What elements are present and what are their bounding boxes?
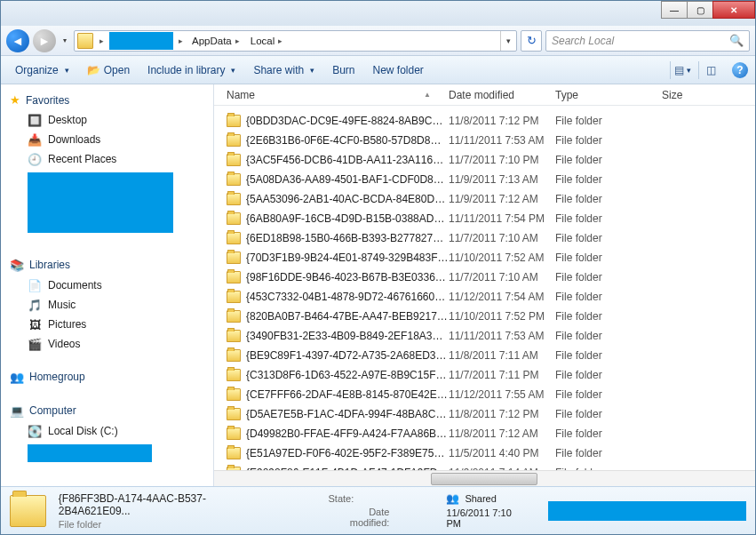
file-type: File folder [555,232,662,244]
sidebar-item-desktop[interactable]: 🔲Desktop [3,110,213,130]
folder-icon [227,252,241,264]
file-date: 11/8/2011 7:11 AM [449,349,555,362]
column-size[interactable]: Size [662,89,715,101]
file-row[interactable]: {6ED18B98-15B0-466B-B393-B277827E704...1… [214,228,755,248]
file-row[interactable]: {70D3F1B9-9B24-4E01-8749-329B483F4A...11… [214,248,755,268]
sidebar-item-documents[interactable]: 📄Documents [3,275,213,295]
file-row[interactable]: {3AC5F456-DCB6-41DB-AA11-23A116926...11/… [214,150,755,170]
file-date: 11/9/2011 7:13 AM [449,173,555,186]
help-icon[interactable]: ? [732,62,748,78]
sidebar-item-recent-places[interactable]: 🕘Recent Places [3,149,213,169]
file-date: 11/8/2011 7:12 AM [449,427,555,440]
burn-button[interactable]: Burn [325,61,362,79]
computer-header[interactable]: 💻Computer [3,400,213,421]
file-row[interactable]: {D5AE7E5B-F1AC-4DFA-994F-48BA8C021...11/… [214,404,755,424]
minimize-button[interactable]: — [661,1,688,19]
file-type: File folder [555,252,662,264]
column-date[interactable]: Date modified [449,89,555,101]
file-row[interactable]: {5AA53096-2AB1-40AC-BCDA-84E80D7F...11/9… [214,189,755,209]
chevron-right-icon[interactable]: ▸ [232,36,243,45]
share-with-button[interactable]: Share with [246,61,322,79]
file-row[interactable]: {5A08DA36-AA89-4501-BAF1-CDF0D89E...11/9… [214,170,755,189]
file-row[interactable]: {C313D8F6-1D63-4522-A97E-8B9C15F984...11… [214,365,755,385]
file-row[interactable]: {E9092F86-E11F-4B1D-AF47-1DFA9FD38E...11… [214,463,755,470]
sidebar-item-music[interactable]: 🎵Music [3,295,213,315]
forward-button[interactable]: ► [33,29,56,52]
file-row[interactable]: {453C7332-04B1-4878-9D72-467616608B64}11… [214,287,755,307]
folder-icon [227,115,241,127]
file-row[interactable]: {BE9C89F1-4397-4D72-A735-2A68ED39FA...11… [214,346,755,365]
libraries-header[interactable]: 📚Libraries [3,254,213,275]
horizontal-scrollbar[interactable] [214,470,755,486]
file-name: {BE9C89F1-4397-4D72-A735-2A68ED39FA... [246,349,449,362]
breadcrumb-local[interactable]: Local▸ [245,31,289,51]
details-pane: {F86FF3BD-A174-4AAC-B537-2B4A621E09... F… [1,486,755,534]
address-bar[interactable]: ▸ ▸ AppData▸ Local▸ ▾ [74,30,517,52]
file-name: {5A08DA36-AA89-4501-BAF1-CDF0D89E... [246,173,449,186]
file-row[interactable]: {D49982B0-FFAE-4FF9-A424-F7AA86B1...11/8… [214,424,755,443]
file-row[interactable]: {2E6B31B6-0F6E-4CF0-B580-57D8D8DCA...11/… [214,131,755,150]
file-name: {D5AE7E5B-F1AC-4DFA-994F-48BA8C021... [246,408,449,420]
file-type: File folder [555,447,662,459]
view-options-button[interactable]: ▤ [670,61,695,79]
folder-icon [10,495,46,527]
chevron-right-icon[interactable]: ▸ [175,36,187,45]
file-list[interactable]: {0BDD3DAC-DC9E-49FE-8824-8AB9C75F...11/8… [214,106,755,470]
file-row[interactable]: {0BDD3DAC-DC9E-49FE-8824-8AB9C75F...11/8… [214,111,755,131]
sidebar-item-pictures[interactable]: 🖼Pictures [3,315,213,334]
folder-icon [227,232,241,244]
include-library-button[interactable]: Include in library [140,61,243,79]
file-pane: Name▲ Date modified Type Size {0BDD3DAC-… [214,84,755,486]
organize-button[interactable]: Organize [8,61,76,79]
file-row[interactable]: {820BA0B7-B464-47BE-AA47-BEB92174A...11/… [214,307,755,326]
back-button[interactable]: ◄ [6,29,29,52]
file-row[interactable]: {6AB80A9F-16CB-4D9D-B15B-0388AD6A...11/1… [214,209,755,228]
new-folder-button[interactable]: New folder [366,61,431,79]
open-button[interactable]: 📂Open [80,61,137,79]
close-button[interactable]: ✕ [712,1,755,19]
shared-icon: 👥 [446,492,459,505]
folder-icon [227,310,241,323]
sidebar-item-videos[interactable]: 🎬Videos [3,334,213,354]
homegroup-header[interactable]: 👥Homegroup [3,366,213,387]
file-name: {98F16DDE-9B46-4023-B67B-B3E0336834... [246,271,449,283]
scrollbar-thumb[interactable] [431,473,537,485]
file-date: 11/12/2011 7:54 AM [449,291,555,303]
libraries-icon: 📚 [10,258,24,272]
redacted-block [28,444,152,462]
preview-pane-button[interactable]: ◫ [698,61,723,79]
file-name: {2E6B31B6-0F6E-4CF0-B580-57D8D8DCA... [246,134,449,147]
file-date: 11/11/2011 7:53 AM [449,134,555,147]
refresh-button[interactable]: ↻ [521,30,542,52]
file-row[interactable]: {CE7FFF66-2DAF-4E8B-8145-870E42E93A...11… [214,385,755,404]
file-row[interactable]: {E51A97ED-F0F6-402E-95F2-F389E75987D6}11… [214,443,755,463]
file-name: {5AA53096-2AB1-40AC-BCDA-84E80D7F... [246,193,449,205]
drive-icon: 💽 [28,424,42,438]
chevron-right-icon[interactable]: ▸ [275,36,286,45]
column-type[interactable]: Type [555,89,662,101]
maximize-button[interactable]: ▢ [687,1,713,19]
column-name[interactable]: Name▲ [227,89,449,101]
file-row[interactable]: {3490FB31-2E33-4B09-B849-2EF18A30CC...11… [214,326,755,346]
file-date: 11/7/2011 7:10 PM [449,154,555,166]
search-input[interactable]: Search Local 🔍 [545,30,750,52]
chevron-right-icon[interactable]: ▸ [96,36,107,45]
file-name: {D49982B0-FFAE-4FF9-A424-F7AA86B1... [246,427,449,440]
breadcrumb-appdata[interactable]: AppData▸ [187,31,245,51]
favorites-header[interactable]: ★Favorites [3,90,213,110]
history-dropdown[interactable]: ▾ [60,36,70,44]
file-type: File folder [555,388,662,401]
redacted-block [548,501,746,521]
file-row[interactable]: {98F16DDE-9B46-4023-B67B-B3E0336834...11… [214,268,755,287]
file-name: {3490FB31-2E33-4B09-B849-2EF18A30CC... [246,330,449,342]
folder-icon [227,154,241,166]
sidebar-item-downloads[interactable]: 📥Downloads [3,130,213,149]
file-date: 11/7/2011 7:10 AM [449,271,555,283]
folder-icon [227,427,241,440]
address-dropdown[interactable]: ▾ [500,31,516,51]
titlebar: — ▢ ✕ [1,1,755,26]
search-icon[interactable]: 🔍 [729,34,744,47]
file-type: File folder [555,193,662,205]
sidebar-item-local-disk[interactable]: 💽Local Disk (C:) [3,421,213,441]
documents-icon: 📄 [28,278,42,292]
